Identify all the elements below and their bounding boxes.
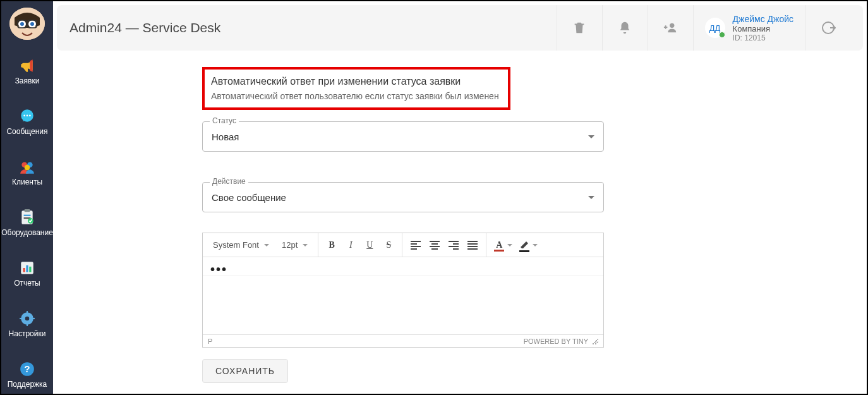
sidebar-item-label: Клиенты	[1, 178, 53, 186]
people-icon	[19, 159, 35, 175]
sidebar-item-equipment[interactable]: Оборудование	[1, 203, 53, 242]
svg-rect-23	[29, 267, 31, 272]
text-color-button[interactable]: A	[490, 236, 515, 255]
editor-content[interactable]	[203, 276, 603, 334]
status-select[interactable]: Новая	[202, 121, 604, 152]
user-initials: ДД	[705, 18, 725, 38]
sidebar-item-settings[interactable]: Настройки	[1, 304, 53, 343]
text-color-icon: A	[493, 240, 505, 250]
rich-text-editor: System Font 12pt B I U S	[202, 233, 604, 348]
svg-rect-27	[27, 324, 28, 326]
chevron-down-icon	[588, 196, 594, 199]
user-company: Компания	[733, 24, 793, 33]
report-icon	[19, 260, 35, 276]
add-user-button[interactable]	[648, 5, 693, 51]
gear-icon	[19, 310, 35, 327]
chevron-down-icon	[303, 244, 308, 246]
avatar-face-icon	[9, 8, 45, 40]
logout-button[interactable]	[805, 5, 850, 51]
chevron-down-icon	[507, 244, 512, 246]
underline-icon: U	[366, 240, 373, 250]
page-title: Admin24 — Service Desk	[69, 20, 557, 35]
chevron-down-icon	[533, 244, 538, 246]
svg-rect-21	[23, 268, 25, 272]
svg-rect-22	[26, 265, 28, 272]
svg-rect-16	[25, 209, 30, 212]
sidebar-item-clients[interactable]: Клиенты	[1, 152, 53, 191]
help-icon: ?	[19, 361, 35, 377]
resize-handle-icon[interactable]	[592, 338, 598, 344]
megaphone-icon	[19, 58, 35, 74]
clipboard-icon	[19, 209, 35, 226]
sidebar-item-reports[interactable]: Отчеты	[1, 253, 53, 293]
section-title: Автоматический ответ при изменении стату…	[211, 76, 502, 87]
svg-point-11	[29, 115, 31, 117]
editor-toolbar: System Font 12pt B I U S	[203, 233, 603, 257]
svg-rect-26	[27, 311, 28, 313]
save-button[interactable]: СОХРАНИТЬ	[202, 359, 288, 383]
logout-icon	[821, 20, 836, 35]
section-subtitle: Автоматический ответ пользователю если с…	[211, 91, 502, 101]
svg-point-4	[30, 22, 34, 26]
align-center-icon	[430, 241, 440, 250]
italic-button[interactable]: I	[341, 236, 360, 255]
align-left-icon	[411, 241, 421, 250]
delete-button[interactable]	[557, 5, 602, 51]
align-justify-button[interactable]	[463, 236, 482, 255]
sidebar-item-label: Заявки	[1, 76, 53, 85]
sidebar-item-label: Сообщения	[1, 127, 53, 136]
sidebar-item-label: Поддержка	[1, 380, 53, 389]
editor-path: P	[208, 337, 212, 345]
sidebar-item-label: Оборудование	[1, 228, 53, 237]
highlight-icon	[519, 240, 530, 251]
editor-branding: POWERED BY TINY	[524, 337, 588, 345]
action-label: Действие	[210, 177, 248, 186]
font-family-select[interactable]: System Font	[207, 240, 275, 250]
italic-icon: I	[349, 240, 353, 250]
svg-point-10	[27, 115, 28, 117]
svg-point-14	[25, 165, 30, 171]
highlight-color-button[interactable]	[515, 236, 541, 255]
svg-rect-28	[20, 318, 22, 319]
font-size-select[interactable]: 12pt	[275, 240, 314, 250]
sidebar: Заявки Сообщения Клиенты Оборудование От…	[1, 1, 53, 394]
bold-icon: B	[329, 240, 335, 250]
svg-rect-17	[24, 215, 31, 216]
sidebar-item-label: Настройки	[1, 329, 53, 338]
sidebar-item-tickets[interactable]: Заявки	[1, 51, 53, 90]
underline-button[interactable]: U	[360, 236, 379, 255]
svg-point-25	[25, 317, 30, 321]
user-block[interactable]: ДД Джеймс Джойс Компания ID: 12015	[693, 5, 805, 51]
add-user-icon	[663, 21, 678, 35]
chat-icon	[19, 108, 35, 125]
main-content: Автоматический ответ при изменении стату…	[57, 53, 863, 390]
action-value: Свое сообщение	[212, 192, 286, 203]
notifications-button[interactable]	[602, 5, 648, 51]
user-name: Джеймс Джойс	[733, 14, 793, 24]
strikethrough-button[interactable]: S	[379, 236, 398, 255]
svg-text:?: ?	[24, 363, 30, 374]
editor-statusbar: P POWERED BY TINY	[203, 334, 603, 347]
bold-button[interactable]: B	[322, 236, 341, 255]
svg-point-9	[23, 115, 25, 117]
user-id: ID: 12015	[733, 33, 793, 42]
sidebar-item-messages[interactable]: Сообщения	[1, 102, 53, 141]
sidebar-item-label: Отчеты	[1, 279, 53, 288]
user-avatar[interactable]	[9, 8, 45, 40]
sidebar-item-support[interactable]: ? Поддержка	[1, 355, 53, 394]
section-header-highlight: Автоматический ответ при изменении стату…	[202, 67, 510, 110]
align-right-icon	[449, 241, 459, 250]
trash-icon	[572, 21, 586, 35]
chevron-down-icon	[264, 244, 269, 246]
status-value: Новая	[212, 131, 239, 142]
chevron-down-icon	[588, 135, 594, 138]
action-select[interactable]: Свое сообщение	[202, 182, 604, 212]
strikethrough-icon: S	[386, 240, 391, 250]
header: Admin24 — Service Desk ДД Джеймс Джойс К…	[57, 5, 863, 51]
align-right-button[interactable]	[444, 236, 463, 255]
bell-icon	[618, 21, 632, 35]
align-left-button[interactable]	[406, 236, 425, 255]
editor-menu-button[interactable]: •••	[203, 257, 603, 276]
align-justify-icon	[467, 241, 478, 250]
align-center-button[interactable]	[425, 236, 444, 255]
